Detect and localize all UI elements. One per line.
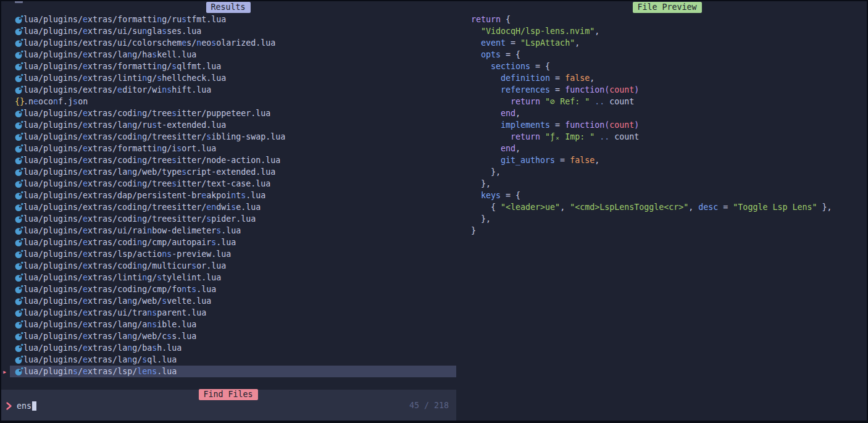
result-path: lua/plugins/extras/lang/rust-extended.lu… (23, 120, 226, 130)
result-path: lua/plugins/extras/formatting/sqlfmt.lua (23, 62, 221, 71)
lua-icon (15, 27, 23, 36)
match-char: e (83, 214, 88, 224)
result-item[interactable]: {}.neoconf.json (0, 96, 456, 107)
result-item[interactable]: lua/plugins/extras/lang/bash.lua (0, 342, 456, 354)
match-char: e (83, 62, 88, 71)
result-item[interactable]: lua/plugins/extras/lang/web/typescript-e… (0, 166, 456, 178)
path-segment: olarized.lua (216, 38, 275, 48)
result-item[interactable]: lua/plugins/extras/ui/transparent.lua (0, 307, 456, 319)
result-item[interactable]: lua/plugins/extras/coding/treesitter/end… (0, 201, 456, 213)
code-token: = (550, 85, 565, 94)
result-item[interactable]: lua/plugins/extras/coding/treesitter/sib… (0, 131, 456, 143)
path-segment: / (78, 367, 83, 376)
code-token: { (471, 203, 501, 212)
lua-icon (15, 156, 23, 165)
lua-icon (15, 38, 23, 48)
result-path: lua/plugins/extras/coding/treesitter/nod… (23, 156, 280, 165)
match-char: n (137, 132, 142, 141)
result-item[interactable]: lua/plugins/extras/lang/rust-extended.lu… (0, 119, 456, 131)
code-token: "<leader>ue" (501, 203, 560, 212)
result-path: lua/plugins/extras/ui/transparent.lua (23, 308, 206, 317)
code-token: , (590, 73, 595, 83)
code-token: = { (501, 191, 520, 200)
result-item[interactable]: lua/plugins/extras/lang/web/css.lua (0, 330, 456, 342)
path-segment: ses.lua (167, 27, 201, 36)
preview-pane: File Preview return { "VidocqH/lsp-lens.… (466, 0, 868, 384)
result-item[interactable]: lua/plugins/extras/lsp/actions-preview.l… (0, 248, 456, 260)
result-item[interactable]: lua/plugins/extras/coding/multicursor.lu… (0, 260, 456, 272)
result-item[interactable]: lua/plugins/extras/editor/winshift.lua (0, 84, 456, 96)
result-item[interactable]: lua/plugins/extras/linting/stylelint.lua (0, 272, 456, 283)
code-token: event (481, 38, 506, 48)
code-token: "⊘ Ref: " (545, 97, 590, 106)
result-item[interactable]: lua/plugins/extras/lang/ansible.lua (0, 319, 456, 330)
code-token: opts (481, 50, 501, 59)
result-path: lua/plugins/extras/ui/sunglasses.lua (23, 27, 201, 36)
lua-icon (15, 38, 23, 48)
path-segment: lua/plugins/ (23, 73, 83, 83)
preview-code-line: }, (471, 178, 832, 190)
result-item[interactable]: lua/plugins/extras/ui/colorschemes/neoso… (0, 37, 456, 49)
path-segment: .n (23, 97, 33, 106)
path-segment: kell.lua (157, 50, 196, 59)
result-item[interactable]: lua/plugins/extras/lang/web/svelte.lua (0, 295, 456, 307)
code-token: return (471, 15, 501, 24)
lua-icon (15, 332, 23, 341)
search-input[interactable]: ens (17, 401, 31, 411)
lua-icon (15, 214, 23, 224)
path-segment: parent.lua (157, 308, 206, 317)
results-title: Results (206, 2, 250, 13)
code-token: { (501, 15, 511, 24)
code-token: count (609, 120, 634, 130)
code-token (471, 144, 501, 153)
result-item[interactable]: lua/plugins/extras/coding/treesitter/spi… (0, 213, 456, 225)
match-char: n (137, 109, 142, 118)
code-token: keys (481, 191, 501, 200)
path-segment: g/treesitter/ (142, 132, 206, 141)
preview-code-line: event = "LspAttach", (471, 37, 832, 49)
result-item[interactable]: lua/plugins/extras/formatting/sqlfmt.lua (0, 61, 456, 72)
result-item[interactable]: lua/plugins/extras/coding/treesitter/tex… (0, 178, 456, 190)
result-item[interactable]: ▸lua/plugins/extras/lsp/lens.lua (0, 366, 456, 377)
result-item[interactable]: lua/plugins/extras/coding/cmp/autopairs.… (0, 237, 456, 248)
code-token: "ƒₓ Imp: " (545, 132, 595, 141)
prompt-bar: Find Files ens 45 / 218 (0, 390, 456, 421)
result-item[interactable]: lua/plugins/extras/coding/treesitter/pup… (0, 107, 456, 119)
result-item[interactable]: lua/plugins/extras/coding/treesitter/nod… (0, 154, 456, 166)
code-token: = { (530, 62, 550, 71)
result-item[interactable]: lua/plugins/extras/lang/haskell.lua (0, 49, 456, 61)
path-segment: gla (147, 27, 162, 36)
code-token (540, 97, 545, 106)
code-token: , (595, 156, 599, 165)
match-char: e (117, 85, 122, 94)
path-segment: velte.lua (167, 296, 211, 306)
match-char: e (83, 120, 88, 130)
result-item[interactable]: lua/plugins/extras/ui/sunglasses.lua (0, 25, 456, 37)
code-token (590, 97, 595, 106)
code-token: .. (599, 132, 609, 141)
result-item[interactable]: lua/plugins/extras/lang/sql.lua (0, 354, 456, 366)
path-segment: -preview.lua (172, 249, 231, 259)
match-char: s (157, 273, 162, 282)
code-token: false (565, 73, 590, 83)
result-item[interactable]: lua/plugins/extras/dap/persistent-breakp… (0, 190, 456, 201)
match-char: e (83, 50, 88, 59)
lua-icon (15, 226, 23, 235)
path-segment: xtras/ui/tra (88, 308, 147, 317)
code-token (471, 109, 501, 118)
path-segment: lua/plugins/ (23, 273, 83, 282)
lua-icon (15, 62, 23, 71)
result-item[interactable]: lua/plugins/extras/ui/rainbow-delimeters… (0, 225, 456, 237)
result-item[interactable]: lua/plugins/extras/linting/shellcheck.lu… (0, 72, 456, 84)
path-segment: xtras/la (88, 332, 127, 341)
lua-icon (15, 62, 23, 71)
result-item[interactable]: lua/plugins/extras/coding/cmp/fonts.lua (0, 283, 456, 295)
code-token: count (609, 132, 639, 141)
path-segment: lua/plugins/ (23, 179, 83, 188)
path-segment: itter/puppeteer.lua (177, 109, 270, 118)
prompt-title: Find Files (198, 389, 257, 400)
result-item[interactable]: lua/plugins/extras/formatting/isort.lua (0, 143, 456, 154)
path-segment: lua/plugins/extras/dap/persistent-br (23, 191, 201, 200)
match-char: e (83, 73, 88, 83)
result-item[interactable]: lua/plugins/extras/formatting/rustfmt.lu… (0, 14, 456, 25)
